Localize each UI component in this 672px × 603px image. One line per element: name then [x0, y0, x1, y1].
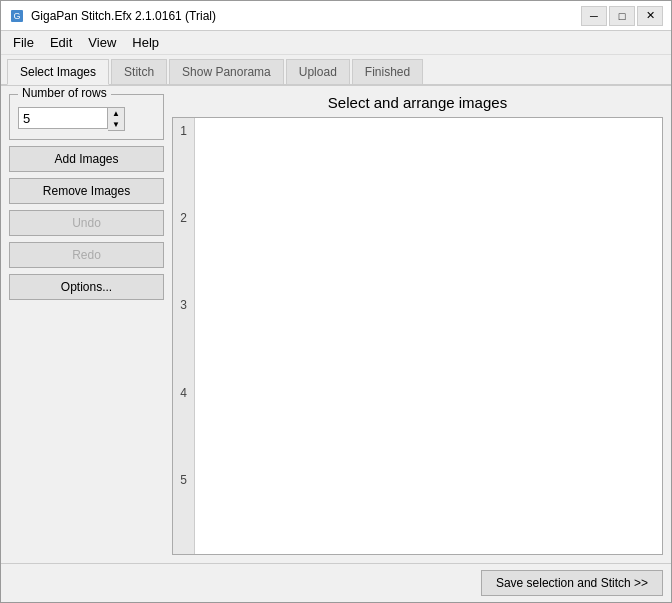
row-num-3: 3: [173, 292, 194, 379]
spinner-controls: ▲ ▼: [108, 107, 125, 131]
window-controls: ─ □ ✕: [581, 6, 663, 26]
spinner-up[interactable]: ▲: [108, 108, 124, 119]
maximize-button[interactable]: □: [609, 6, 635, 26]
tab-show-panorama[interactable]: Show Panorama: [169, 59, 284, 84]
image-drop-area[interactable]: [195, 118, 662, 554]
title-bar: G GigaPan Stitch.Efx 2.1.0161 (Trial) ─ …: [1, 1, 671, 31]
rows-group-title: Number of rows: [18, 86, 111, 100]
row-numbers: 1 2 3 4 5: [173, 118, 195, 554]
tab-bar: Select Images Stitch Show Panorama Uploa…: [1, 55, 671, 86]
rows-spinner: ▲ ▼: [18, 107, 155, 131]
menu-bar: File Edit View Help: [1, 31, 671, 55]
tab-stitch[interactable]: Stitch: [111, 59, 167, 84]
tab-upload[interactable]: Upload: [286, 59, 350, 84]
bottom-bar: Save selection and Stitch >>: [1, 563, 671, 602]
tab-select-images[interactable]: Select Images: [7, 59, 109, 85]
menu-help[interactable]: Help: [124, 33, 167, 52]
close-button[interactable]: ✕: [637, 6, 663, 26]
redo-button[interactable]: Redo: [9, 242, 164, 268]
tab-finished[interactable]: Finished: [352, 59, 423, 84]
spinner-down[interactable]: ▼: [108, 119, 124, 130]
title-bar-left: G GigaPan Stitch.Efx 2.1.0161 (Trial): [9, 8, 216, 24]
svg-text:G: G: [13, 11, 20, 21]
main-area: Select and arrange images 1 2 3 4 5: [172, 94, 663, 555]
row-num-1: 1: [173, 118, 194, 205]
left-panel: Number of rows ▲ ▼ Add Images Remove Ima…: [9, 94, 164, 555]
add-images-button[interactable]: Add Images: [9, 146, 164, 172]
main-title: Select and arrange images: [172, 94, 663, 111]
menu-edit[interactable]: Edit: [42, 33, 80, 52]
content-area: Number of rows ▲ ▼ Add Images Remove Ima…: [1, 86, 671, 563]
row-num-4: 4: [173, 380, 194, 467]
app-icon: G: [9, 8, 25, 24]
menu-view[interactable]: View: [80, 33, 124, 52]
undo-button[interactable]: Undo: [9, 210, 164, 236]
rows-group: Number of rows ▲ ▼: [9, 94, 164, 140]
options-button[interactable]: Options...: [9, 274, 164, 300]
image-grid: 1 2 3 4 5: [172, 117, 663, 555]
save-stitch-button[interactable]: Save selection and Stitch >>: [481, 570, 663, 596]
menu-file[interactable]: File: [5, 33, 42, 52]
row-num-2: 2: [173, 205, 194, 292]
minimize-button[interactable]: ─: [581, 6, 607, 26]
rows-input[interactable]: [18, 107, 108, 129]
window-title: GigaPan Stitch.Efx 2.1.0161 (Trial): [31, 9, 216, 23]
row-num-5: 5: [173, 467, 194, 554]
main-window: G GigaPan Stitch.Efx 2.1.0161 (Trial) ─ …: [0, 0, 672, 603]
remove-images-button[interactable]: Remove Images: [9, 178, 164, 204]
